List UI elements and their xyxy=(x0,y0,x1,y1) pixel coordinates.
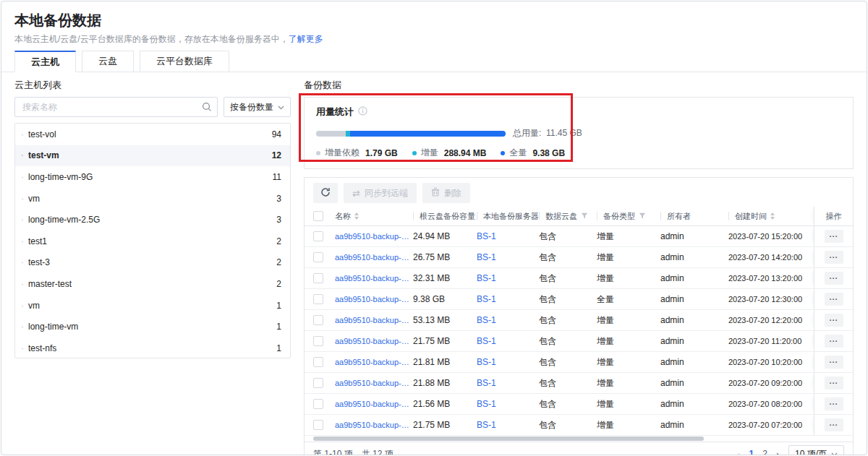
table-row: aa9b9510-backup-2023-07-... 21.81 MB BS-… xyxy=(305,352,853,373)
tab-platform-database[interactable]: 云平台数据库 xyxy=(140,51,229,72)
row-checkbox[interactable] xyxy=(313,231,323,241)
row-checkbox[interactable] xyxy=(313,336,323,346)
more-actions-button[interactable] xyxy=(825,230,843,243)
horizontal-scrollbar-thumb[interactable] xyxy=(313,436,704,441)
more-actions-button[interactable] xyxy=(825,314,843,327)
backup-size: 9.38 GB xyxy=(413,294,445,304)
backup-name-link[interactable]: aa9b9510-backup-2023-07-... xyxy=(335,358,413,366)
more-actions-button[interactable] xyxy=(825,356,843,369)
backup-name-link[interactable]: aa9b9510-backup-2023-07-... xyxy=(335,400,413,408)
backup-size: 21.88 MB xyxy=(413,378,450,388)
more-actions-button[interactable] xyxy=(825,251,843,264)
row-checkbox[interactable] xyxy=(313,357,323,367)
column-separator xyxy=(477,212,477,220)
backup-name-link[interactable]: aa9b9510-backup-2023-07-... xyxy=(335,316,413,324)
host-list-item[interactable]: long-time-vm-2.5G 3 xyxy=(15,209,290,231)
tab-cloud-disk[interactable]: 云盘 xyxy=(82,51,134,72)
refresh-button[interactable] xyxy=(313,183,338,203)
host-list-item[interactable]: vm 3 xyxy=(15,188,290,210)
column-header-root-disk-capacity[interactable]: 根云盘备份容量 xyxy=(413,207,477,225)
more-actions-button[interactable] xyxy=(825,377,843,390)
delete-button[interactable]: 删除 xyxy=(422,183,470,203)
legend-label: 增量依赖 xyxy=(325,147,359,159)
row-checkbox[interactable] xyxy=(313,378,323,388)
sync-to-remote-button[interactable]: ⇄ 同步到远端 xyxy=(344,183,417,203)
created-time: 2023-07-20 08:20:00 xyxy=(728,400,802,408)
column-header-data-disk[interactable]: 数据云盘 xyxy=(539,207,597,225)
host-list-item[interactable]: long-time-vm 1 xyxy=(15,316,290,337)
select-all-checkbox[interactable] xyxy=(313,211,323,221)
host-panel: 云主机列表 按备份数量 xyxy=(14,79,291,358)
backup-server-link[interactable]: BS-1 xyxy=(477,294,496,304)
backup-name-link[interactable]: aa9b9510-backup-2023-07-... xyxy=(335,337,413,345)
row-checkbox[interactable] xyxy=(313,252,323,262)
more-actions-button[interactable] xyxy=(825,418,843,431)
legend-value: 9.38 GB xyxy=(532,148,565,158)
backup-server-link[interactable]: BS-1 xyxy=(477,420,496,430)
column-header-created-time[interactable]: 创建时间 xyxy=(728,207,814,225)
more-actions-button[interactable] xyxy=(825,272,843,285)
filter-icon[interactable] xyxy=(639,212,646,220)
backup-server-link[interactable]: BS-1 xyxy=(477,399,496,409)
host-list-item[interactable]: master-test 2 xyxy=(15,273,290,295)
bullet-icon xyxy=(21,301,28,311)
owner: admin xyxy=(660,420,684,430)
sort-select[interactable]: 按备份数量 xyxy=(224,97,291,117)
page-number-button[interactable]: 1 xyxy=(749,449,754,455)
backup-name-link[interactable]: aa9b9510-backup-2023-07-... xyxy=(335,253,413,262)
host-list-item[interactable]: test-vm 12 xyxy=(15,145,290,167)
search-icon[interactable] xyxy=(202,102,212,115)
backup-server-link[interactable]: BS-1 xyxy=(477,357,496,367)
more-actions-button[interactable] xyxy=(825,335,843,348)
backup-name-link[interactable]: aa9b9510-backup-2023-07-... xyxy=(335,421,413,429)
more-actions-button[interactable] xyxy=(825,397,843,410)
row-checkbox[interactable] xyxy=(313,273,323,283)
created-time: 2023-07-20 11:20:00 xyxy=(728,337,801,345)
host-list-item[interactable]: test-vol 94 xyxy=(15,124,290,145)
more-actions-button[interactable] xyxy=(825,293,843,306)
tab-bar: 云主机 云盘 云平台数据库 xyxy=(1,51,867,72)
filter-icon[interactable] xyxy=(581,212,588,220)
row-checkbox[interactable] xyxy=(313,399,323,409)
host-list-item[interactable]: vm 1 xyxy=(15,295,290,317)
sort-icon[interactable] xyxy=(354,212,359,220)
column-header-backup-type[interactable]: 备份类型 xyxy=(597,207,660,225)
backup-name-link[interactable]: aa9b9510-backup-2023-07-... xyxy=(335,379,413,387)
owner: admin xyxy=(660,378,684,388)
backup-server-link[interactable]: BS-1 xyxy=(477,273,496,283)
sort-icon[interactable] xyxy=(770,212,775,220)
prev-page-button[interactable]: ‹ xyxy=(737,449,741,456)
owner: admin xyxy=(660,231,684,241)
info-icon[interactable] xyxy=(358,106,367,119)
backup-server-link[interactable]: BS-1 xyxy=(477,336,496,346)
row-checkbox[interactable] xyxy=(313,420,323,430)
row-checkbox[interactable] xyxy=(313,315,323,325)
page-subtitle: 本地云主机/云盘/云平台数据库的备份数据，存放在本地备份服务器中，了解更多 xyxy=(14,33,854,45)
data-disk-value: 包含 xyxy=(539,335,556,348)
host-name: test-vol xyxy=(28,129,272,139)
tab-cloud-host[interactable]: 云主机 xyxy=(14,51,76,72)
legend-item: 增量依赖 1.79 GB xyxy=(316,147,398,159)
page-size-select[interactable]: 10 项/页 xyxy=(788,445,844,455)
legend-value: 1.79 GB xyxy=(365,148,398,158)
backup-name-link[interactable]: aa9b9510-backup-2023-07-... xyxy=(335,295,413,304)
backup-name-link[interactable]: aa9b9510-backup-2023-07-... xyxy=(335,232,413,241)
row-checkbox[interactable] xyxy=(313,294,323,304)
backup-server-link[interactable]: BS-1 xyxy=(477,315,496,325)
next-page-button[interactable]: › xyxy=(776,449,780,456)
host-list-item[interactable]: test-3 2 xyxy=(15,252,290,274)
column-header-name[interactable]: 名称 xyxy=(335,207,413,225)
data-disk-value: 包含 xyxy=(539,398,556,410)
search-input[interactable] xyxy=(14,97,218,117)
host-list-item[interactable]: test1 2 xyxy=(15,231,290,252)
table-toolbar: ⇄ 同步到远端 删除 xyxy=(305,178,853,207)
backup-server-link[interactable]: BS-1 xyxy=(477,252,496,262)
backup-name-link[interactable]: aa9b9510-backup-2023-07-... xyxy=(335,274,413,283)
host-backup-count: 1 xyxy=(276,301,281,311)
host-list-item[interactable]: long-time-vm-9G 11 xyxy=(15,166,290,188)
page-number-button[interactable]: 2 xyxy=(762,449,767,455)
backup-server-link[interactable]: BS-1 xyxy=(477,231,496,241)
learn-more-link[interactable]: 了解更多 xyxy=(289,34,323,44)
backup-server-link[interactable]: BS-1 xyxy=(477,378,496,388)
host-list-item[interactable]: test-nfs 1 xyxy=(15,337,290,358)
